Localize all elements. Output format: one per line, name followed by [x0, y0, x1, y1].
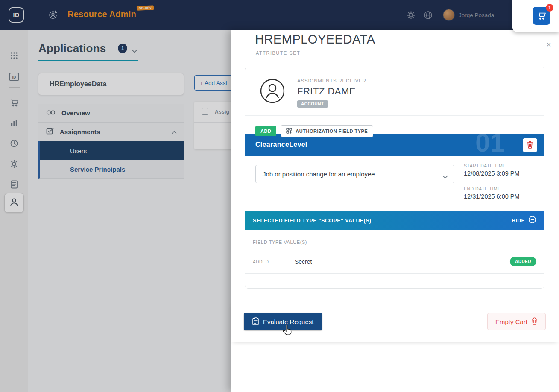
assignment-card: ASSIGNMENTS RECEIVER FRITZ DAME ACCOUNT …	[245, 67, 544, 289]
receiver-type-badge: ACCOUNT	[297, 100, 328, 108]
end-date-value: 12/31/2025 6:00 PM	[464, 193, 520, 200]
hide-toggle[interactable]: HIDE	[512, 216, 536, 225]
field-form-area: Job or position change for an employee S…	[245, 156, 544, 211]
empty-cart-label: Empty Cart	[495, 318, 527, 325]
close-icon[interactable]: ×	[543, 38, 555, 50]
reason-select[interactable]: Job or position change for an employee	[255, 165, 454, 183]
chevron-down-icon	[442, 173, 448, 180]
hide-label: HIDE	[512, 218, 525, 224]
trash-icon	[531, 317, 538, 326]
drawer-footer: Evaluate Request Empty Cart	[231, 301, 559, 342]
trash-icon	[527, 141, 533, 150]
scope-values-bar: SELECTED FIELD TYPE "SCOPE" VALUE(S) HID…	[245, 211, 544, 230]
receiver-person-icon	[260, 78, 285, 105]
cart-panel: 1	[512, 0, 559, 32]
field-type-chip-label: AUTHORIZATION FIELD TYPE	[296, 129, 368, 134]
cart-count-badge: 1	[546, 4, 553, 12]
field-index-watermark: 01	[475, 134, 505, 156]
start-date-value: 12/08/2025 3:09 PM	[464, 170, 520, 177]
receiver-label: ASSIGNMENTS RECEIVER	[297, 78, 366, 83]
collapse-minus-icon	[528, 216, 536, 225]
drawer-title: HREMPLOYEEDATA	[255, 32, 375, 47]
delete-field-button[interactable]	[523, 138, 537, 152]
cart-button[interactable]: 1	[533, 7, 550, 25]
evaluate-request-label: Evaluate Request	[263, 318, 313, 325]
end-date-label: END DATE TIME	[464, 186, 501, 191]
attribute-set-drawer: HREMPLOYEEDATA ATTRIBUTE SET × ASSIGNMEN…	[231, 30, 559, 392]
drawer-subtitle: ATTRIBUTE SET	[256, 50, 300, 56]
start-date-label: START DATE TIME	[464, 163, 506, 168]
receiver-name: FRITZ DAME	[297, 86, 356, 97]
field-name: ClearanceLevel	[255, 141, 307, 149]
reason-select-value: Job or position change for an employee	[263, 170, 375, 178]
value-name: Secret	[295, 258, 312, 265]
added-status-badge: ADDED	[510, 257, 536, 266]
empty-cart-button[interactable]: Empty Cart	[487, 313, 546, 330]
evaluate-request-button[interactable]: Evaluate Request	[244, 313, 322, 330]
clipboard-icon	[252, 317, 259, 326]
value-row: ADDED Secret ADDED	[245, 250, 544, 274]
field-type-grid-icon	[286, 128, 292, 135]
scope-bar-label: SELECTED FIELD TYPE "SCOPE" VALUE(S)	[253, 218, 371, 224]
app-root: ID Resource Admin OD-DEV	[0, 0, 559, 392]
receiver-section: ASSIGNMENTS RECEIVER FRITZ DAME ACCOUNT	[245, 67, 544, 116]
field-type-badges: ADD AUTHORIZATION FIELD TYPE	[255, 125, 373, 137]
value-state-label: ADDED	[253, 260, 269, 264]
field-type-values-header: FIELD TYPE VALUE(S)	[253, 240, 307, 245]
authorization-field-type-chip[interactable]: AUTHORIZATION FIELD TYPE	[281, 125, 373, 137]
add-status-badge: ADD	[255, 126, 276, 136]
cart-icon	[537, 11, 546, 21]
